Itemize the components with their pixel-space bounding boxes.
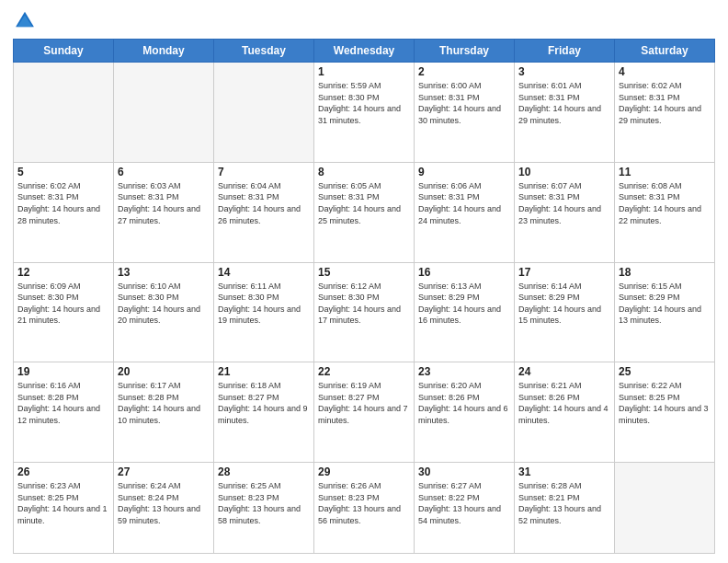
calendar-cell: 14Sunrise: 6:11 AMSunset: 8:30 PMDayligh… <box>214 262 314 362</box>
calendar-cell: 26Sunrise: 6:23 AMSunset: 8:25 PMDayligh… <box>14 463 114 554</box>
calendar-cell: 12Sunrise: 6:09 AMSunset: 8:30 PMDayligh… <box>14 262 114 362</box>
calendar-table: SundayMondayTuesdayWednesdayThursdayFrid… <box>13 39 715 554</box>
weekday-header-row: SundayMondayTuesdayWednesdayThursdayFrid… <box>14 40 715 63</box>
day-info: Sunrise: 6:26 AMSunset: 8:23 PMDaylight:… <box>318 480 410 526</box>
logo <box>13 9 35 33</box>
calendar-cell: 7Sunrise: 6:04 AMSunset: 8:31 PMDaylight… <box>214 162 314 262</box>
calendar-cell: 30Sunrise: 6:27 AMSunset: 8:22 PMDayligh… <box>415 463 515 554</box>
calendar-cell: 28Sunrise: 6:25 AMSunset: 8:23 PMDayligh… <box>214 463 314 554</box>
calendar-cell: 8Sunrise: 6:05 AMSunset: 8:31 PMDaylight… <box>314 162 415 262</box>
day-info: Sunrise: 6:05 AMSunset: 8:31 PMDaylight:… <box>318 180 410 226</box>
calendar-cell: 29Sunrise: 6:26 AMSunset: 8:23 PMDayligh… <box>314 463 415 554</box>
calendar-cell <box>615 463 715 554</box>
day-number: 12 <box>17 266 109 279</box>
calendar-cell <box>14 63 114 163</box>
calendar-cell: 10Sunrise: 6:07 AMSunset: 8:31 PMDayligh… <box>515 162 615 262</box>
calendar-cell: 1Sunrise: 5:59 AMSunset: 8:30 PMDaylight… <box>314 63 415 163</box>
calendar-cell: 13Sunrise: 6:10 AMSunset: 8:30 PMDayligh… <box>114 262 214 362</box>
day-number: 19 <box>17 365 109 378</box>
weekday-header-wednesday: Wednesday <box>314 40 415 63</box>
day-number: 30 <box>418 465 510 478</box>
day-info: Sunrise: 5:59 AMSunset: 8:30 PMDaylight:… <box>318 80 410 126</box>
day-info: Sunrise: 6:24 AMSunset: 8:24 PMDaylight:… <box>118 480 210 526</box>
day-info: Sunrise: 6:01 AMSunset: 8:31 PMDaylight:… <box>518 80 610 126</box>
day-info: Sunrise: 6:22 AMSunset: 8:25 PMDaylight:… <box>619 380 711 426</box>
day-info: Sunrise: 6:25 AMSunset: 8:23 PMDaylight:… <box>218 480 310 526</box>
day-number: 11 <box>619 166 711 178</box>
day-number: 27 <box>118 465 210 478</box>
header <box>13 9 715 33</box>
weekday-header-thursday: Thursday <box>415 40 515 63</box>
day-info: Sunrise: 6:27 AMSunset: 8:22 PMDaylight:… <box>418 480 510 526</box>
calendar-cell: 2Sunrise: 6:00 AMSunset: 8:31 PMDaylight… <box>415 63 515 163</box>
day-number: 26 <box>17 465 109 478</box>
day-number: 18 <box>619 266 711 279</box>
day-number: 16 <box>418 266 510 279</box>
day-number: 31 <box>518 465 610 478</box>
day-info: Sunrise: 6:16 AMSunset: 8:28 PMDaylight:… <box>17 380 109 426</box>
day-number: 17 <box>518 266 610 279</box>
day-info: Sunrise: 6:28 AMSunset: 8:21 PMDaylight:… <box>518 480 610 526</box>
calendar-cell: 25Sunrise: 6:22 AMSunset: 8:25 PMDayligh… <box>615 362 715 463</box>
day-info: Sunrise: 6:17 AMSunset: 8:28 PMDaylight:… <box>118 380 210 426</box>
calendar-cell: 6Sunrise: 6:03 AMSunset: 8:31 PMDaylight… <box>114 162 214 262</box>
day-info: Sunrise: 6:06 AMSunset: 8:31 PMDaylight:… <box>418 180 510 226</box>
day-number: 24 <box>518 365 610 378</box>
day-number: 8 <box>318 166 410 178</box>
calendar-cell: 20Sunrise: 6:17 AMSunset: 8:28 PMDayligh… <box>114 362 214 463</box>
calendar-cell: 5Sunrise: 6:02 AMSunset: 8:31 PMDaylight… <box>14 162 114 262</box>
page: SundayMondayTuesdayWednesdayThursdayFrid… <box>0 0 728 563</box>
day-number: 10 <box>518 166 610 178</box>
calendar-cell: 31Sunrise: 6:28 AMSunset: 8:21 PMDayligh… <box>515 463 615 554</box>
weekday-header-monday: Monday <box>114 40 214 63</box>
day-number: 28 <box>218 465 310 478</box>
day-info: Sunrise: 6:13 AMSunset: 8:29 PMDaylight:… <box>418 281 510 327</box>
day-number: 15 <box>318 266 410 279</box>
weekday-header-saturday: Saturday <box>615 40 715 63</box>
day-number: 1 <box>318 65 410 78</box>
day-info: Sunrise: 6:09 AMSunset: 8:30 PMDaylight:… <box>17 281 109 327</box>
day-number: 25 <box>619 365 711 378</box>
day-info: Sunrise: 6:03 AMSunset: 8:31 PMDaylight:… <box>118 180 210 226</box>
day-number: 9 <box>418 166 510 178</box>
day-number: 21 <box>218 365 310 378</box>
calendar-cell: 3Sunrise: 6:01 AMSunset: 8:31 PMDaylight… <box>515 63 615 163</box>
day-number: 14 <box>218 266 310 279</box>
day-number: 20 <box>118 365 210 378</box>
day-info: Sunrise: 6:18 AMSunset: 8:27 PMDaylight:… <box>218 380 310 426</box>
day-info: Sunrise: 6:02 AMSunset: 8:31 PMDaylight:… <box>17 180 109 226</box>
day-info: Sunrise: 6:23 AMSunset: 8:25 PMDaylight:… <box>17 480 109 526</box>
day-info: Sunrise: 6:04 AMSunset: 8:31 PMDaylight:… <box>218 180 310 226</box>
week-row-2: 5Sunrise: 6:02 AMSunset: 8:31 PMDaylight… <box>14 162 715 262</box>
day-info: Sunrise: 6:08 AMSunset: 8:31 PMDaylight:… <box>619 180 711 226</box>
weekday-header-sunday: Sunday <box>14 40 114 63</box>
day-info: Sunrise: 6:15 AMSunset: 8:29 PMDaylight:… <box>619 281 711 327</box>
weekday-header-friday: Friday <box>515 40 615 63</box>
calendar-cell: 27Sunrise: 6:24 AMSunset: 8:24 PMDayligh… <box>114 463 214 554</box>
weekday-header-tuesday: Tuesday <box>214 40 314 63</box>
calendar-cell: 15Sunrise: 6:12 AMSunset: 8:30 PMDayligh… <box>314 262 415 362</box>
calendar-cell: 19Sunrise: 6:16 AMSunset: 8:28 PMDayligh… <box>14 362 114 463</box>
day-info: Sunrise: 6:07 AMSunset: 8:31 PMDaylight:… <box>518 180 610 226</box>
day-number: 6 <box>118 166 210 178</box>
calendar-cell: 22Sunrise: 6:19 AMSunset: 8:27 PMDayligh… <box>314 362 415 463</box>
day-number: 23 <box>418 365 510 378</box>
week-row-3: 12Sunrise: 6:09 AMSunset: 8:30 PMDayligh… <box>14 262 715 362</box>
calendar-cell: 4Sunrise: 6:02 AMSunset: 8:31 PMDaylight… <box>615 63 715 163</box>
calendar-cell: 18Sunrise: 6:15 AMSunset: 8:29 PMDayligh… <box>615 262 715 362</box>
calendar-cell: 11Sunrise: 6:08 AMSunset: 8:31 PMDayligh… <box>615 162 715 262</box>
day-info: Sunrise: 6:00 AMSunset: 8:31 PMDaylight:… <box>418 80 510 126</box>
day-info: Sunrise: 6:21 AMSunset: 8:26 PMDaylight:… <box>518 380 610 426</box>
calendar-cell <box>114 63 214 163</box>
day-number: 4 <box>619 65 711 78</box>
day-number: 29 <box>318 465 410 478</box>
day-number: 7 <box>218 166 310 178</box>
calendar-cell: 21Sunrise: 6:18 AMSunset: 8:27 PMDayligh… <box>214 362 314 463</box>
day-number: 5 <box>17 166 109 178</box>
day-number: 22 <box>318 365 410 378</box>
week-row-5: 26Sunrise: 6:23 AMSunset: 8:25 PMDayligh… <box>14 463 715 554</box>
calendar-cell: 9Sunrise: 6:06 AMSunset: 8:31 PMDaylight… <box>415 162 515 262</box>
day-info: Sunrise: 6:10 AMSunset: 8:30 PMDaylight:… <box>118 281 210 327</box>
day-info: Sunrise: 6:19 AMSunset: 8:27 PMDaylight:… <box>318 380 410 426</box>
day-info: Sunrise: 6:12 AMSunset: 8:30 PMDaylight:… <box>318 281 410 327</box>
